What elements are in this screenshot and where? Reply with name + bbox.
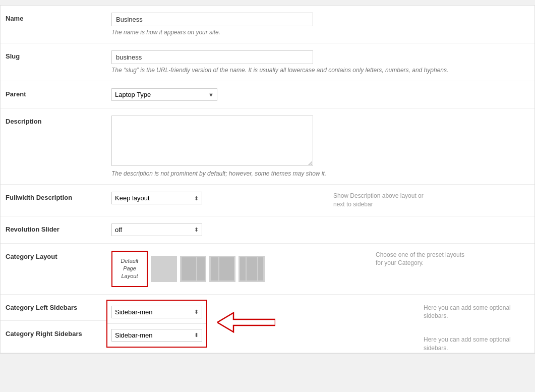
field-content: None Laptop Type ▼ [111, 88, 524, 101]
right-sidebar-hint: Here you can add some optional sidebars. [424, 320, 524, 353]
right-sidebar-select-row: Sidebar-men Sidebar-women Sidebar-defaul… [107, 323, 206, 347]
left-pointing-arrow-icon [217, 309, 275, 337]
fullwidth-select-wrapper: Keep layout Show above layout Show next … [111, 192, 202, 204]
parent-select-wrapper: None Laptop Type ▼ [111, 88, 217, 101]
description-input[interactable] [111, 116, 313, 166]
sidebar-labels-col: Category Left Sidebars Category Right Si… [1, 295, 106, 347]
layout-box-default[interactable]: Default Page Layout [111, 251, 148, 287]
sidebars-hints-col: Here you can add some optional sidebars.… [424, 295, 524, 353]
layout-box-3[interactable] [209, 256, 235, 282]
field-row: Description The description is not promi… [1, 108, 534, 185]
category-layout-field-row: Default Page Layout C [111, 251, 524, 287]
parent-select[interactable]: None Laptop Type [111, 88, 217, 101]
right-sidebar-select-wrapper: Sidebar-men Sidebar-women Sidebar-defaul… [111, 329, 202, 342]
layout-boxes-container: Default Page Layout [111, 251, 265, 287]
left-sidebar-label-wrapper: Category Left Sidebars [1, 295, 106, 321]
layout-box-1[interactable] [151, 256, 177, 282]
revolution-slider-select-wrapper: off on ⬍ [111, 223, 202, 236]
field-content: Keep layout Show above layout Show next … [111, 192, 524, 209]
right-sidebar-label: Category Right Sidebars [6, 330, 82, 338]
sidebars-section: Category Left Sidebars Category Right Si… [1, 295, 534, 353]
fullwidth-desc-row: Keep layout Show above layout Show next … [111, 192, 524, 209]
left-sidebar-label: Category Left Sidebars [6, 304, 77, 311]
name-input[interactable] [111, 13, 313, 26]
svg-marker-0 [217, 313, 275, 332]
left-sidebar-hint: Here you can add some optional sidebars. [424, 295, 524, 321]
layout-box-4[interactable] [239, 256, 265, 282]
field-row: Parent None Laptop Type ▼ [1, 81, 534, 108]
field-content: Default Page Layout C [111, 251, 524, 287]
field-label: Slug [6, 50, 111, 60]
description-hint: The description is not prominent by defa… [111, 170, 464, 177]
field-content: The description is not prominent by defa… [111, 116, 524, 177]
field-label: Revolution Slider [6, 223, 111, 233]
right-sidebar-label-wrapper: Category Right Sidebars [1, 321, 106, 347]
category-right-sidebars-select[interactable]: Sidebar-men Sidebar-women Sidebar-defaul… [111, 329, 202, 342]
layout-box-2[interactable] [180, 256, 206, 282]
slug-input[interactable] [111, 50, 313, 64]
arrow-container [217, 309, 275, 338]
field-content: off on ⬍ [111, 223, 524, 236]
field-row: Name The name is how it appears on your … [1, 6, 534, 43]
field-label: Description [6, 116, 111, 125]
category-left-sidebars-select[interactable]: Sidebar-men Sidebar-women Sidebar-defaul… [111, 306, 202, 318]
slug-hint: The “slug” is the URL-friendly version o… [111, 67, 510, 74]
field-row: Category Layout Default Page Layout [1, 244, 534, 295]
field-row: Revolution Slider off on ⬍ [1, 216, 534, 244]
left-sidebar-select-row: Sidebar-men Sidebar-women Sidebar-defaul… [107, 301, 206, 323]
field-row: Slug The “slug” is the URL-friendly vers… [1, 43, 534, 81]
left-sidebar-select-wrapper: Sidebar-men Sidebar-women Sidebar-defaul… [111, 306, 202, 318]
category-layout-side-hint: Choose one of the preset layouts for you… [376, 251, 466, 268]
revolution-slider-select[interactable]: off on [111, 223, 202, 236]
field-content: The name is how it appears on your site. [111, 13, 524, 36]
field-row: Fullwidth Description Keep layout Show a… [1, 185, 534, 216]
sidebar-selects-col: Sidebar-men Sidebar-women Sidebar-defaul… [106, 295, 534, 353]
field-label: Parent [6, 88, 111, 98]
field-label: Fullwidth Description [6, 192, 111, 201]
layout-box-default-label: Default Page Layout [115, 257, 144, 281]
field-label: Name [6, 13, 111, 22]
fullwidth-description-select[interactable]: Keep layout Show above layout Show next … [111, 192, 202, 204]
name-hint: The name is how it appears on your site. [111, 29, 524, 36]
field-label: Category Layout [6, 251, 111, 260]
fullwidth-description-side-hint: Show Description above layout or next to… [333, 192, 424, 209]
field-content: The “slug” is the URL-friendly version o… [111, 50, 524, 74]
sidebars-red-border: Sidebar-men Sidebar-women Sidebar-defaul… [106, 300, 207, 348]
